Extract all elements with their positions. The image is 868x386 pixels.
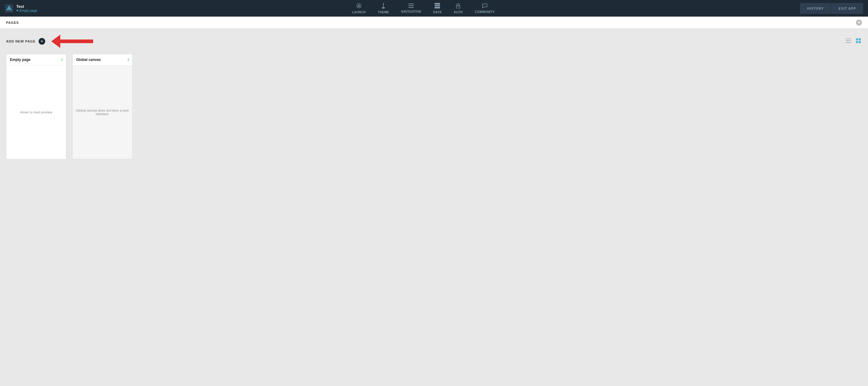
svg-rect-8 xyxy=(408,7,414,8)
community-icon xyxy=(482,3,487,9)
add-page-row: ADD NEW PAGE + xyxy=(6,35,862,48)
app-name-section: Test Empty page xyxy=(16,4,37,12)
app-name: Test xyxy=(16,4,37,9)
nav-item-auth[interactable]: AUTH xyxy=(448,1,469,16)
add-new-page-label: ADD NEW PAGE xyxy=(6,39,36,43)
svg-rect-20 xyxy=(859,41,861,43)
svg-rect-10 xyxy=(435,5,440,6)
page-card-title: Empty page xyxy=(10,58,30,62)
close-button[interactable]: ✕ xyxy=(856,20,862,26)
data-icon xyxy=(435,3,440,9)
nav-item-data[interactable]: DATA xyxy=(427,1,447,16)
svg-rect-9 xyxy=(435,3,440,4)
svg-point-13 xyxy=(458,6,459,7)
history-button[interactable]: HISTORY xyxy=(800,3,831,14)
view-controls xyxy=(844,37,862,46)
page-card-preview-text: Global canvas does not have a user inter… xyxy=(76,109,129,116)
svg-marker-3 xyxy=(358,4,360,7)
svg-rect-16 xyxy=(846,42,851,43)
page-card-menu-icon[interactable]: ⁝ xyxy=(127,57,129,62)
arrow-head xyxy=(51,35,60,48)
main-nav: LAUNCHTHEMENAVIGATIONDATAAUTHCOMMUNITY xyxy=(47,1,800,16)
svg-rect-4 xyxy=(383,3,384,7)
theme-icon xyxy=(381,3,386,9)
nav-item-community[interactable]: COMMUNITY xyxy=(469,1,501,16)
navigation-icon xyxy=(408,4,414,9)
svg-rect-15 xyxy=(846,40,851,41)
page-card-header: Empty page ⁝ xyxy=(6,54,66,65)
page-card-header: Global canvas ⁝ xyxy=(73,54,132,65)
grid-view-button[interactable] xyxy=(855,37,862,46)
auth-icon xyxy=(456,3,460,9)
launch-icon xyxy=(356,3,362,9)
svg-rect-6 xyxy=(408,4,414,4)
svg-rect-19 xyxy=(856,41,858,43)
page-card-title: Global canvas xyxy=(76,58,101,62)
svg-rect-11 xyxy=(435,7,440,8)
red-arrow xyxy=(51,35,93,48)
page-card-menu-icon[interactable]: ⁝ xyxy=(61,57,62,62)
list-view-button[interactable] xyxy=(844,37,852,45)
svg-rect-18 xyxy=(859,38,861,40)
page-card-preview-text: Hover to load preview xyxy=(20,110,52,114)
page-card-body: Global canvas does not have a user inter… xyxy=(73,65,132,159)
add-page-left: ADD NEW PAGE + xyxy=(6,35,93,48)
svg-rect-14 xyxy=(846,38,851,39)
sub-header: PAGES ✕ xyxy=(0,17,868,29)
add-new-page-button[interactable]: + xyxy=(38,38,45,44)
nav-item-theme[interactable]: THEME xyxy=(372,1,395,16)
svg-rect-7 xyxy=(408,5,414,6)
nav-item-launch[interactable]: LAUNCH xyxy=(346,1,372,16)
exit-app-button[interactable]: EXIT APP xyxy=(831,3,863,14)
header-actions: HISTORY EXIT APP xyxy=(800,3,863,14)
content-area: ADD NEW PAGE + xyxy=(0,29,868,386)
dropdown-arrow-icon xyxy=(16,10,19,11)
pages-label: PAGES xyxy=(6,21,19,24)
svg-point-1 xyxy=(8,7,10,9)
page-card-global-canvas[interactable]: Global canvas ⁝ Global canvas does not h… xyxy=(72,54,133,159)
svg-rect-17 xyxy=(856,38,858,40)
arrow-body xyxy=(60,39,93,43)
logo-section: Test Empty page xyxy=(5,4,37,13)
pages-grid: Empty page ⁝ Hover to load preview Globa… xyxy=(6,54,862,159)
page-card-body: Hover to load preview xyxy=(6,65,66,159)
app-subname[interactable]: Empty page xyxy=(16,9,37,12)
logo-icon[interactable] xyxy=(5,4,13,13)
page-card-empty-page[interactable]: Empty page ⁝ Hover to load preview xyxy=(6,54,66,159)
nav-item-navigation[interactable]: NAVIGATION xyxy=(395,2,427,15)
header: Test Empty page LAUNCHTHEMENAVIGATIONDAT… xyxy=(0,0,868,17)
svg-rect-5 xyxy=(382,7,385,8)
